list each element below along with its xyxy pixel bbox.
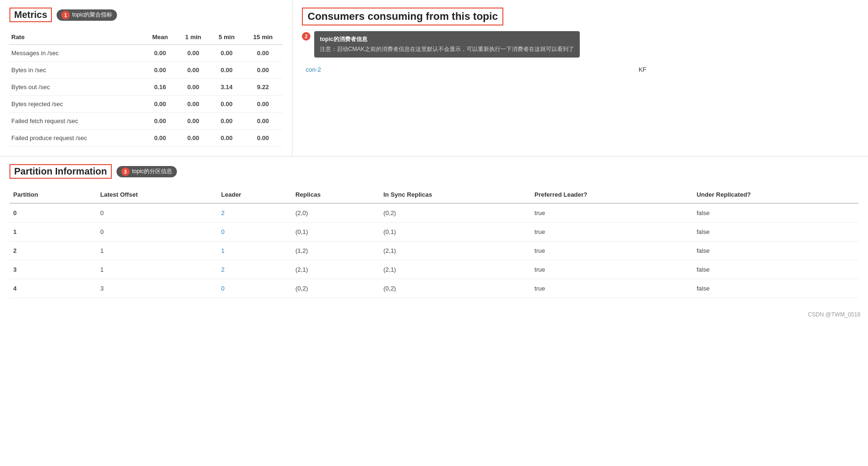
consumers-panel: Consumers consuming from this topic 2 to… — [292, 0, 868, 156]
part-leader-3: 2 — [217, 260, 292, 279]
part-insync-4: (0,2) — [380, 279, 531, 298]
metrics-title: Metrics — [9, 8, 52, 22]
col-under-rep: Under Replicated? — [693, 186, 859, 203]
metrics-mean-3: 0.00 — [143, 96, 176, 113]
metrics-min15-1: 0.00 — [243, 62, 283, 79]
col-5min: 5 min — [210, 30, 243, 45]
consumers-table: con-2 KF — [302, 62, 859, 77]
metrics-min5-0: 0.00 — [210, 45, 243, 62]
consumer-kf: KF — [639, 66, 647, 73]
metrics-badge-num: 1 — [61, 11, 70, 19]
consumer-link[interactable]: con-2 — [306, 66, 321, 73]
part-insync-1: (0,1) — [380, 223, 531, 241]
part-offset-2: 1 — [97, 241, 217, 260]
metrics-min1-1: 0.00 — [176, 62, 210, 79]
consumers-tooltip-note: 注意：启动CMAK之前的消费者信息在这里默认不会显示，可以重新执行一下消费者在这… — [320, 45, 574, 54]
metrics-min1-4: 0.00 — [176, 113, 210, 130]
consumers-title: Consumers consuming from this topic — [302, 8, 503, 25]
metrics-rate-4: Failed fetch request /sec — [9, 113, 143, 130]
consumers-title-wrapper: Consumers consuming from this topic — [302, 8, 859, 31]
metrics-mean-2: 0.16 — [143, 79, 176, 96]
consumers-info-row: 2 topic的消费者信息 注意：启动CMAK之前的消费者信息在这里默认不会显示… — [302, 31, 859, 58]
leader-link-4[interactable]: 0 — [221, 285, 225, 292]
part-offset-1: 0 — [97, 223, 217, 241]
metrics-badge: 1 topic的聚合指标 — [57, 9, 117, 21]
partition-row: 1 0 0 (0,1) (0,1) true false — [9, 223, 859, 241]
metrics-rate-1: Bytes in /sec — [9, 62, 143, 79]
partition-table: Partition Latest Offset Leader Replicas … — [9, 186, 859, 298]
part-leader-0: 2 — [217, 203, 292, 223]
part-replicas-3: (2,1) — [292, 260, 380, 279]
metrics-header: Metrics 1 topic的聚合指标 — [9, 8, 283, 22]
part-num-3: 3 — [9, 260, 97, 279]
metrics-min15-5: 0.00 — [243, 130, 283, 147]
leader-link-3[interactable]: 2 — [221, 266, 225, 273]
metrics-min15-0: 0.00 — [243, 45, 283, 62]
consumers-tooltip: topic的消费者信息 注意：启动CMAK之前的消费者信息在这里默认不会显示，可… — [314, 31, 580, 58]
metrics-rate-5: Failed produce request /sec — [9, 130, 143, 147]
part-replicas-2: (1,2) — [292, 241, 380, 260]
part-offset-0: 0 — [97, 203, 217, 223]
partition-title: Partition Information — [9, 164, 112, 179]
part-underrep-3: false — [693, 260, 859, 279]
part-insync-2: (2,1) — [380, 241, 531, 260]
metrics-mean-4: 0.00 — [143, 113, 176, 130]
watermark-text: CSDN @TWM_0518 — [808, 311, 860, 318]
part-leader-2: 1 — [217, 241, 292, 260]
metrics-min1-0: 0.00 — [176, 45, 210, 62]
part-leader-1: 0 — [217, 223, 292, 241]
metrics-badge-label: topic的聚合指标 — [72, 11, 112, 19]
part-preferred-2: true — [531, 241, 693, 260]
metrics-table-header: Rate Mean 1 min 5 min 15 min — [9, 30, 283, 45]
metrics-min15-4: 0.00 — [243, 113, 283, 130]
part-replicas-0: (2,0) — [292, 203, 380, 223]
part-preferred-0: true — [531, 203, 693, 223]
part-underrep-4: false — [693, 279, 859, 298]
part-underrep-2: false — [693, 241, 859, 260]
part-preferred-1: true — [531, 223, 693, 241]
metrics-row: Bytes out /sec 0.16 0.00 3.14 9.22 — [9, 79, 283, 96]
col-latest-offset: Latest Offset — [97, 186, 217, 203]
leader-link-1[interactable]: 0 — [221, 228, 225, 235]
partition-row: 3 1 2 (2,1) (2,1) true false — [9, 260, 859, 279]
part-insync-3: (2,1) — [380, 260, 531, 279]
metrics-row: Bytes rejected /sec 0.00 0.00 0.00 0.00 — [9, 96, 283, 113]
metrics-mean-5: 0.00 — [143, 130, 176, 147]
part-preferred-3: true — [531, 260, 693, 279]
metrics-min15-3: 0.00 — [243, 96, 283, 113]
metrics-row: Failed produce request /sec 0.00 0.00 0.… — [9, 130, 283, 147]
metrics-row: Bytes in /sec 0.00 0.00 0.00 0.00 — [9, 62, 283, 79]
part-num-2: 2 — [9, 241, 97, 260]
metrics-rate-3: Bytes rejected /sec — [9, 96, 143, 113]
part-underrep-0: false — [693, 203, 859, 223]
part-replicas-1: (0,1) — [292, 223, 380, 241]
metrics-min5-2: 3.14 — [210, 79, 243, 96]
partition-row: 2 1 1 (1,2) (2,1) true false — [9, 241, 859, 260]
col-15min: 15 min — [243, 30, 283, 45]
col-leader: Leader — [217, 186, 292, 203]
main-container: Metrics 1 topic的聚合指标 Rate Mean 1 min 5 m… — [0, 0, 868, 466]
metrics-min5-1: 0.00 — [210, 62, 243, 79]
consumers-badge-num: 2 — [302, 32, 310, 41]
part-num-4: 4 — [9, 279, 97, 298]
metrics-table: Rate Mean 1 min 5 min 15 min Messages in… — [9, 30, 283, 147]
part-underrep-1: false — [693, 223, 859, 241]
partition-badge: 3 topic的分区信息 — [117, 166, 177, 177]
part-offset-3: 1 — [97, 260, 217, 279]
part-insync-0: (0,2) — [380, 203, 531, 223]
metrics-min5-5: 0.00 — [210, 130, 243, 147]
leader-link-2[interactable]: 1 — [221, 247, 225, 254]
col-partition: Partition — [9, 186, 97, 203]
col-mean: Mean — [143, 30, 176, 45]
top-row: Metrics 1 topic的聚合指标 Rate Mean 1 min 5 m… — [0, 0, 868, 157]
metrics-row: Messages in /sec 0.00 0.00 0.00 0.00 — [9, 45, 283, 62]
metrics-panel: Metrics 1 topic的聚合指标 Rate Mean 1 min 5 m… — [0, 0, 292, 156]
col-in-sync: In Sync Replicas — [380, 186, 531, 203]
leader-link-0[interactable]: 2 — [221, 209, 225, 216]
part-offset-4: 3 — [97, 279, 217, 298]
metrics-min1-2: 0.00 — [176, 79, 210, 96]
metrics-rate-0: Messages in /sec — [9, 45, 143, 62]
part-num-1: 1 — [9, 223, 97, 241]
consumer-name-cell: con-2 — [302, 62, 635, 77]
col-rate: Rate — [9, 30, 143, 45]
